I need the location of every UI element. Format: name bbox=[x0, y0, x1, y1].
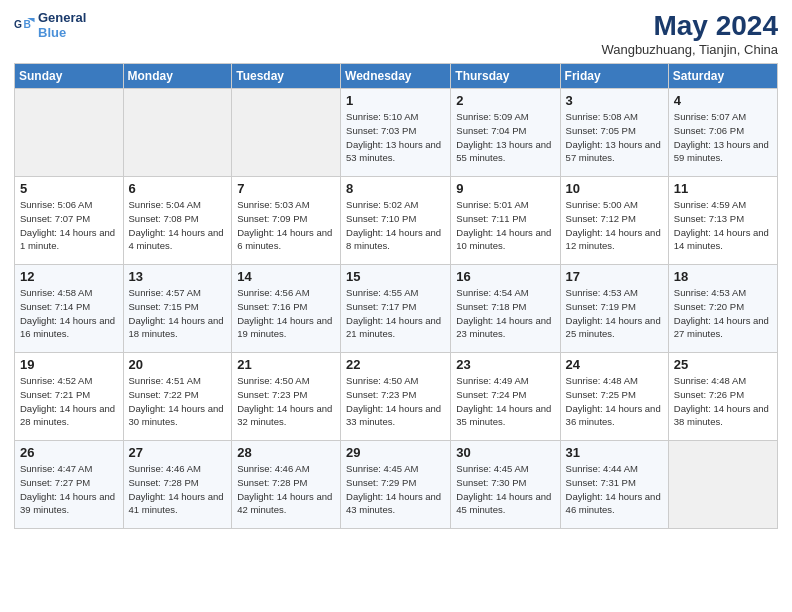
location: Wangbuzhuang, Tianjin, China bbox=[601, 42, 778, 57]
calendar: Sunday Monday Tuesday Wednesday Thursday… bbox=[14, 63, 778, 529]
col-monday: Monday bbox=[123, 64, 232, 89]
table-row: 30Sunrise: 4:45 AM Sunset: 7:30 PM Dayli… bbox=[451, 441, 560, 529]
table-row bbox=[15, 89, 124, 177]
day-number: 7 bbox=[237, 181, 335, 196]
day-number: 23 bbox=[456, 357, 554, 372]
table-row: 29Sunrise: 4:45 AM Sunset: 7:29 PM Dayli… bbox=[341, 441, 451, 529]
svg-text:B: B bbox=[24, 19, 31, 30]
table-row: 3Sunrise: 5:08 AM Sunset: 7:05 PM Daylig… bbox=[560, 89, 668, 177]
logo: G B General Blue bbox=[14, 10, 86, 40]
table-row: 2Sunrise: 5:09 AM Sunset: 7:04 PM Daylig… bbox=[451, 89, 560, 177]
day-number: 6 bbox=[129, 181, 227, 196]
day-info: Sunrise: 4:51 AM Sunset: 7:22 PM Dayligh… bbox=[129, 374, 227, 429]
day-number: 24 bbox=[566, 357, 663, 372]
day-info: Sunrise: 5:04 AM Sunset: 7:08 PM Dayligh… bbox=[129, 198, 227, 253]
day-number: 3 bbox=[566, 93, 663, 108]
day-number: 4 bbox=[674, 93, 772, 108]
day-number: 29 bbox=[346, 445, 445, 460]
day-info: Sunrise: 4:45 AM Sunset: 7:29 PM Dayligh… bbox=[346, 462, 445, 517]
day-info: Sunrise: 5:09 AM Sunset: 7:04 PM Dayligh… bbox=[456, 110, 554, 165]
day-info: Sunrise: 4:52 AM Sunset: 7:21 PM Dayligh… bbox=[20, 374, 118, 429]
day-info: Sunrise: 5:01 AM Sunset: 7:11 PM Dayligh… bbox=[456, 198, 554, 253]
day-info: Sunrise: 4:48 AM Sunset: 7:26 PM Dayligh… bbox=[674, 374, 772, 429]
day-number: 8 bbox=[346, 181, 445, 196]
table-row: 23Sunrise: 4:49 AM Sunset: 7:24 PM Dayli… bbox=[451, 353, 560, 441]
col-thursday: Thursday bbox=[451, 64, 560, 89]
day-info: Sunrise: 5:02 AM Sunset: 7:10 PM Dayligh… bbox=[346, 198, 445, 253]
title-block: May 2024 Wangbuzhuang, Tianjin, China bbox=[601, 10, 778, 57]
header: G B General Blue May 2024 Wangbuzhuang, … bbox=[14, 10, 778, 57]
page: G B General Blue May 2024 Wangbuzhuang, … bbox=[0, 0, 792, 612]
table-row: 13Sunrise: 4:57 AM Sunset: 7:15 PM Dayli… bbox=[123, 265, 232, 353]
table-row: 11Sunrise: 4:59 AM Sunset: 7:13 PM Dayli… bbox=[668, 177, 777, 265]
day-info: Sunrise: 4:46 AM Sunset: 7:28 PM Dayligh… bbox=[237, 462, 335, 517]
table-row: 20Sunrise: 4:51 AM Sunset: 7:22 PM Dayli… bbox=[123, 353, 232, 441]
table-row: 31Sunrise: 4:44 AM Sunset: 7:31 PM Dayli… bbox=[560, 441, 668, 529]
table-row: 12Sunrise: 4:58 AM Sunset: 7:14 PM Dayli… bbox=[15, 265, 124, 353]
day-number: 27 bbox=[129, 445, 227, 460]
table-row: 17Sunrise: 4:53 AM Sunset: 7:19 PM Dayli… bbox=[560, 265, 668, 353]
table-row: 16Sunrise: 4:54 AM Sunset: 7:18 PM Dayli… bbox=[451, 265, 560, 353]
day-info: Sunrise: 4:57 AM Sunset: 7:15 PM Dayligh… bbox=[129, 286, 227, 341]
day-number: 25 bbox=[674, 357, 772, 372]
calendar-week-row: 12Sunrise: 4:58 AM Sunset: 7:14 PM Dayli… bbox=[15, 265, 778, 353]
day-info: Sunrise: 5:10 AM Sunset: 7:03 PM Dayligh… bbox=[346, 110, 445, 165]
day-number: 9 bbox=[456, 181, 554, 196]
table-row: 28Sunrise: 4:46 AM Sunset: 7:28 PM Dayli… bbox=[232, 441, 341, 529]
day-number: 1 bbox=[346, 93, 445, 108]
day-info: Sunrise: 5:06 AM Sunset: 7:07 PM Dayligh… bbox=[20, 198, 118, 253]
logo-text: General Blue bbox=[38, 10, 86, 40]
day-number: 22 bbox=[346, 357, 445, 372]
day-number: 11 bbox=[674, 181, 772, 196]
table-row bbox=[668, 441, 777, 529]
day-number: 5 bbox=[20, 181, 118, 196]
day-info: Sunrise: 4:53 AM Sunset: 7:19 PM Dayligh… bbox=[566, 286, 663, 341]
day-info: Sunrise: 5:00 AM Sunset: 7:12 PM Dayligh… bbox=[566, 198, 663, 253]
table-row bbox=[232, 89, 341, 177]
day-number: 16 bbox=[456, 269, 554, 284]
day-info: Sunrise: 4:48 AM Sunset: 7:25 PM Dayligh… bbox=[566, 374, 663, 429]
logo-icon: G B bbox=[14, 15, 36, 37]
table-row: 15Sunrise: 4:55 AM Sunset: 7:17 PM Dayli… bbox=[341, 265, 451, 353]
day-number: 19 bbox=[20, 357, 118, 372]
calendar-week-row: 5Sunrise: 5:06 AM Sunset: 7:07 PM Daylig… bbox=[15, 177, 778, 265]
table-row: 18Sunrise: 4:53 AM Sunset: 7:20 PM Dayli… bbox=[668, 265, 777, 353]
table-row: 10Sunrise: 5:00 AM Sunset: 7:12 PM Dayli… bbox=[560, 177, 668, 265]
day-info: Sunrise: 4:44 AM Sunset: 7:31 PM Dayligh… bbox=[566, 462, 663, 517]
day-number: 15 bbox=[346, 269, 445, 284]
table-row: 19Sunrise: 4:52 AM Sunset: 7:21 PM Dayli… bbox=[15, 353, 124, 441]
col-sunday: Sunday bbox=[15, 64, 124, 89]
col-saturday: Saturday bbox=[668, 64, 777, 89]
calendar-header-row: Sunday Monday Tuesday Wednesday Thursday… bbox=[15, 64, 778, 89]
table-row: 21Sunrise: 4:50 AM Sunset: 7:23 PM Dayli… bbox=[232, 353, 341, 441]
day-number: 21 bbox=[237, 357, 335, 372]
table-row: 14Sunrise: 4:56 AM Sunset: 7:16 PM Dayli… bbox=[232, 265, 341, 353]
day-info: Sunrise: 4:47 AM Sunset: 7:27 PM Dayligh… bbox=[20, 462, 118, 517]
table-row: 4Sunrise: 5:07 AM Sunset: 7:06 PM Daylig… bbox=[668, 89, 777, 177]
table-row: 6Sunrise: 5:04 AM Sunset: 7:08 PM Daylig… bbox=[123, 177, 232, 265]
day-info: Sunrise: 4:55 AM Sunset: 7:17 PM Dayligh… bbox=[346, 286, 445, 341]
table-row bbox=[123, 89, 232, 177]
day-number: 18 bbox=[674, 269, 772, 284]
table-row: 27Sunrise: 4:46 AM Sunset: 7:28 PM Dayli… bbox=[123, 441, 232, 529]
day-info: Sunrise: 4:59 AM Sunset: 7:13 PM Dayligh… bbox=[674, 198, 772, 253]
day-number: 13 bbox=[129, 269, 227, 284]
month-year: May 2024 bbox=[601, 10, 778, 42]
day-number: 30 bbox=[456, 445, 554, 460]
day-info: Sunrise: 5:08 AM Sunset: 7:05 PM Dayligh… bbox=[566, 110, 663, 165]
table-row: 25Sunrise: 4:48 AM Sunset: 7:26 PM Dayli… bbox=[668, 353, 777, 441]
day-number: 31 bbox=[566, 445, 663, 460]
day-number: 12 bbox=[20, 269, 118, 284]
calendar-week-row: 1Sunrise: 5:10 AM Sunset: 7:03 PM Daylig… bbox=[15, 89, 778, 177]
table-row: 1Sunrise: 5:10 AM Sunset: 7:03 PM Daylig… bbox=[341, 89, 451, 177]
calendar-week-row: 26Sunrise: 4:47 AM Sunset: 7:27 PM Dayli… bbox=[15, 441, 778, 529]
day-info: Sunrise: 4:50 AM Sunset: 7:23 PM Dayligh… bbox=[346, 374, 445, 429]
day-number: 17 bbox=[566, 269, 663, 284]
day-info: Sunrise: 4:56 AM Sunset: 7:16 PM Dayligh… bbox=[237, 286, 335, 341]
day-info: Sunrise: 4:50 AM Sunset: 7:23 PM Dayligh… bbox=[237, 374, 335, 429]
day-info: Sunrise: 4:49 AM Sunset: 7:24 PM Dayligh… bbox=[456, 374, 554, 429]
table-row: 22Sunrise: 4:50 AM Sunset: 7:23 PM Dayli… bbox=[341, 353, 451, 441]
calendar-week-row: 19Sunrise: 4:52 AM Sunset: 7:21 PM Dayli… bbox=[15, 353, 778, 441]
day-info: Sunrise: 4:53 AM Sunset: 7:20 PM Dayligh… bbox=[674, 286, 772, 341]
table-row: 5Sunrise: 5:06 AM Sunset: 7:07 PM Daylig… bbox=[15, 177, 124, 265]
